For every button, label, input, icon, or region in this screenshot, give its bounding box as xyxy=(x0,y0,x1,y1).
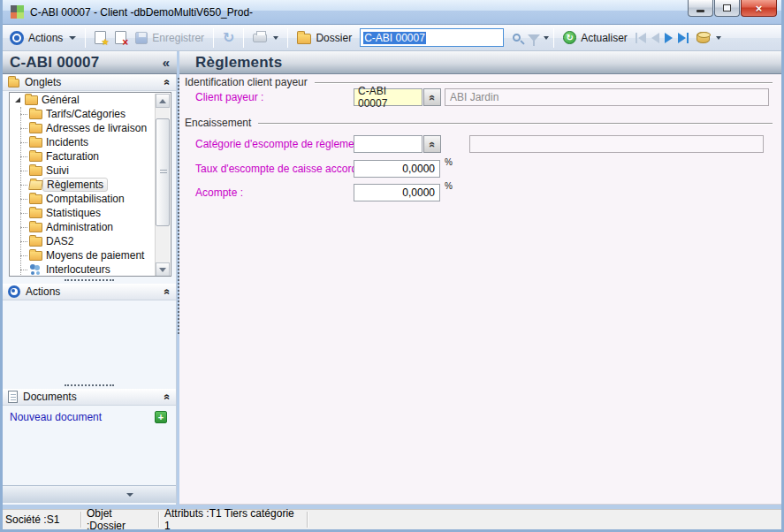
tree-scrollbar[interactable] xyxy=(155,94,170,277)
actions-target-icon xyxy=(10,31,24,45)
print-button[interactable] xyxy=(248,32,283,44)
tree-item-label: Statistiques xyxy=(46,207,101,219)
status-objet: Objet :Dossier xyxy=(81,512,159,528)
refresh-button[interactable]: ↻ xyxy=(218,29,239,47)
dossier-button[interactable]: Dossier xyxy=(293,29,356,46)
tree-item-label: Facturation xyxy=(46,150,99,163)
nav-previous-button[interactable] xyxy=(651,33,659,43)
tree-item-general[interactable]: Général xyxy=(10,93,171,107)
tree-item-tarifs[interactable]: Tarifs/Catégories xyxy=(10,107,171,121)
collapse-chevron-icon[interactable]: « xyxy=(162,394,174,400)
tree-item-facturation[interactable]: Facturation xyxy=(10,149,171,163)
new-record-button[interactable]: ★ xyxy=(90,29,110,46)
search-input[interactable]: C-ABI 00007 xyxy=(360,28,504,47)
database-button[interactable] xyxy=(692,30,726,45)
nav-last-button[interactable] xyxy=(678,33,689,43)
panel-splitter[interactable] xyxy=(3,382,176,389)
nouveau-document-link[interactable]: Nouveau document xyxy=(10,411,102,423)
client-payeur-dropdown-button[interactable]: « xyxy=(423,88,441,106)
actions-panel-header[interactable]: Actions « xyxy=(3,284,176,300)
documents-panel-icon xyxy=(8,391,18,403)
actualiser-button[interactable]: ↻ Actualiser xyxy=(559,29,632,46)
client-payeur-label: Client payeur : xyxy=(195,91,263,103)
tree-item-moyens-paiement[interactable]: Moyens de paiement xyxy=(10,248,171,262)
nav-next-button[interactable] xyxy=(665,33,673,43)
taux-escompte-input[interactable]: 0,0000 xyxy=(354,160,440,178)
tree-item-label-selected: Règlements xyxy=(42,178,108,192)
sidebar-header: C-ABI 00007 « xyxy=(3,51,177,74)
categorie-escompte-value[interactable] xyxy=(354,135,422,153)
print-dropdown-icon[interactable] xyxy=(273,36,278,40)
tree-item-reglements-selected[interactable]: Règlements xyxy=(10,178,171,192)
categorie-escompte-combo[interactable]: « xyxy=(354,135,441,153)
scroll-up-icon xyxy=(159,99,166,103)
database-dropdown-icon[interactable] xyxy=(716,36,721,40)
toolbar-separator xyxy=(213,28,214,48)
actions-menu-button[interactable]: Actions xyxy=(5,29,80,47)
panel-splitter[interactable] xyxy=(3,277,176,284)
documents-panel-title: Documents xyxy=(23,391,159,403)
close-button[interactable]: × xyxy=(741,0,777,17)
nav-first-button[interactable] xyxy=(635,33,646,43)
actualiser-icon: ↻ xyxy=(563,31,576,44)
tree-item-administration[interactable]: Administration xyxy=(10,220,171,234)
save-label: Enregistrer xyxy=(152,32,204,44)
app-window: C-ABI 00007 - Client -dbDemoMultiV650_Pr… xyxy=(0,0,784,532)
scroll-down-button[interactable] xyxy=(156,262,170,277)
new-record-icon: ★ xyxy=(95,31,106,44)
delete-record-button[interactable]: × xyxy=(110,29,131,46)
categorie-escompte-dropdown-button[interactable]: « xyxy=(423,135,441,153)
tree-item-statistiques[interactable]: Statistiques xyxy=(10,206,171,220)
tree-item-label: Adresses de livraison xyxy=(46,122,147,134)
refresh-icon: ↻ xyxy=(223,31,234,45)
title-bar[interactable]: C-ABI 00007 - Client -dbDemoMultiV650_Pr… xyxy=(0,0,784,25)
taux-escompte-label: Taux d'escompte de caisse accordé : xyxy=(195,163,369,175)
app-logo-icon xyxy=(11,5,24,19)
minimize-button[interactable] xyxy=(688,0,713,17)
folder-icon xyxy=(29,223,42,232)
sidebar-bottom-bar[interactable] xyxy=(3,485,176,503)
acompte-input[interactable]: 0,0000 xyxy=(354,184,440,201)
tree-item-interlocuteurs[interactable]: Interlocuteurs xyxy=(10,262,171,277)
tree-item-comptabilisation[interactable]: Comptabilisation xyxy=(10,192,171,206)
actions-panel-icon xyxy=(8,285,20,298)
main-header: Règlements xyxy=(179,51,781,74)
client-payeur-display: ABI Jardin xyxy=(445,88,769,106)
tree-item-label: Administration xyxy=(46,221,113,233)
scrollbar-thumb[interactable] xyxy=(156,118,170,226)
tree-item-adresses[interactable]: Adresses de livraison xyxy=(10,121,171,135)
tree-item-label: DAS2 xyxy=(46,235,73,247)
restore-icon xyxy=(723,4,731,11)
add-document-button[interactable]: + xyxy=(155,411,167,423)
tree-item-suivi[interactable]: Suivi xyxy=(10,163,171,178)
client-payeur-value[interactable]: C-ABI 00007 xyxy=(354,88,422,106)
onglets-panel-header[interactable]: Onglets « xyxy=(3,74,176,91)
search-icon[interactable] xyxy=(513,34,521,42)
scroll-down-icon xyxy=(159,268,166,272)
toolbar-separator xyxy=(243,28,244,48)
status-bar: Société :S1 Objet :Dossier Attributs :T1… xyxy=(0,509,784,532)
filter-icon[interactable] xyxy=(528,34,540,42)
restore-button[interactable] xyxy=(714,0,740,17)
folder-icon xyxy=(29,124,42,133)
onglets-panel-title: Onglets xyxy=(25,76,159,88)
tree-item-label: Incidents xyxy=(46,136,88,148)
sidebar-collapse-button[interactable]: « xyxy=(163,55,170,70)
tree-expander-icon[interactable] xyxy=(15,97,20,103)
folder-icon xyxy=(29,209,42,218)
tree-item-das2[interactable]: DAS2 xyxy=(10,234,171,248)
save-icon xyxy=(135,32,148,44)
expand-panel-icon[interactable] xyxy=(126,493,133,497)
folder-icon xyxy=(29,237,42,247)
folder-icon xyxy=(29,194,42,204)
scroll-up-button[interactable] xyxy=(156,94,170,108)
database-icon xyxy=(696,32,710,43)
folder-icon xyxy=(25,95,38,105)
collapse-chevron-icon[interactable]: « xyxy=(162,80,174,86)
tree-item-incidents[interactable]: Incidents xyxy=(10,135,171,149)
client-payeur-combo[interactable]: C-ABI 00007 « xyxy=(354,88,441,106)
filter-dropdown-icon[interactable] xyxy=(544,36,549,40)
documents-panel-header[interactable]: Documents « xyxy=(3,389,176,406)
collapse-chevron-icon[interactable]: « xyxy=(162,289,174,295)
save-button[interactable]: Enregistrer xyxy=(131,30,209,46)
